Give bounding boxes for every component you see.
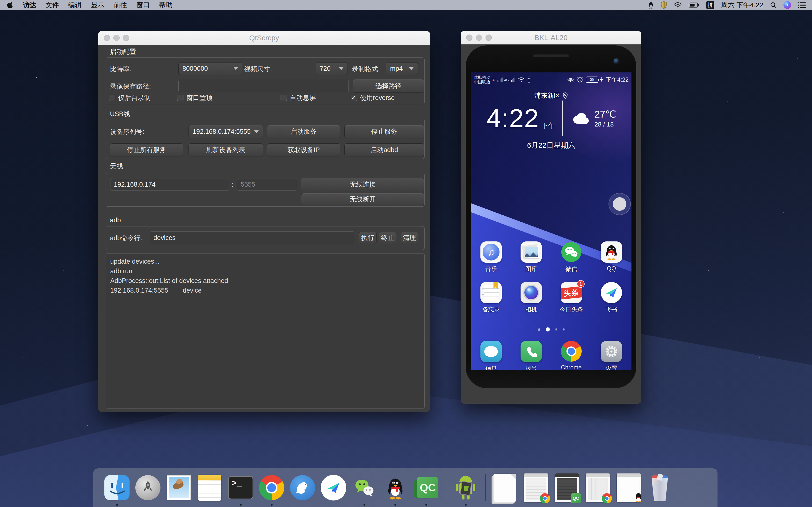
dock-minimized-chrome-window-2[interactable] [582, 468, 613, 507]
dock-minimized-qtscrcpy-window[interactable]: QC [552, 468, 582, 507]
menu-view[interactable]: 显示 [91, 0, 104, 10]
checkbox-background-record[interactable]: 仅后台录制 [109, 94, 151, 101]
notification-center-icon[interactable] [798, 2, 806, 8]
wechat-app-icon[interactable] [561, 241, 582, 263]
minimize-button[interactable] [476, 35, 482, 41]
settings-app-icon[interactable] [601, 341, 622, 362]
qq-statusbar-icon[interactable] [648, 1, 654, 9]
app-camera[interactable]: 相机 [513, 282, 549, 314]
adb-clear-button[interactable]: 清理 [401, 232, 418, 244]
music-app-icon[interactable]: ♫ [480, 241, 502, 263]
dock-qtscrcpy[interactable]: QC [411, 468, 442, 507]
dock-notes[interactable] [194, 468, 225, 507]
wireless-connect-button[interactable]: 无线连接 [301, 178, 424, 191]
stop-all-services-button[interactable]: 停止所有服务 [110, 144, 183, 157]
wireless-disconnect-button[interactable]: 无线断开 [301, 193, 424, 205]
messages-app-icon[interactable] [480, 341, 502, 362]
camera-app-icon[interactable] [520, 282, 542, 303]
dock-documents-stack[interactable] [490, 468, 520, 507]
choose-path-button[interactable]: 选择路径 [353, 79, 424, 93]
adb-execute-button[interactable]: 执行 [359, 232, 376, 244]
app-chrome[interactable]: Chrome [553, 341, 590, 370]
app-music[interactable]: ♫ 音乐 [473, 241, 509, 273]
checkbox-box[interactable] [177, 95, 184, 101]
bitrate-select[interactable]: 8000000 [179, 62, 242, 75]
menu-bar-clock[interactable]: 周六 下午4:22 [721, 0, 763, 10]
checkbox-box[interactable] [109, 95, 115, 101]
input-method-icon[interactable]: 拼 [706, 1, 714, 9]
adb-stop-button[interactable]: 终止 [379, 232, 396, 244]
zoom-button[interactable] [123, 35, 129, 41]
page-dot[interactable] [538, 328, 540, 331]
app-dialer[interactable]: 拨号 [513, 341, 549, 370]
app-toutiao[interactable]: 头条 1 今日头条 [553, 282, 590, 314]
wireless-ip-input[interactable] [110, 178, 229, 191]
dock-mail[interactable] [163, 468, 194, 507]
checkbox-box-checked[interactable] [351, 95, 357, 101]
spotlight-icon[interactable] [770, 2, 777, 8]
app-notes[interactable]: 备忘录 [473, 282, 509, 314]
refresh-devices-button[interactable]: 刷新设备列表 [189, 144, 263, 157]
qq-app-icon[interactable] [601, 241, 622, 263]
chrome-app-icon[interactable] [561, 341, 582, 362]
app-gallery[interactable]: 图库 [513, 241, 549, 273]
phone-window-titlebar[interactable]: BKL-AL20 [461, 31, 641, 44]
phone-screen[interactable]: 优酷移动 中国联通 3G 4G [471, 72, 631, 370]
start-adbd-button[interactable]: 启动adbd [344, 144, 424, 157]
app-wechat[interactable]: 微信 [553, 241, 590, 273]
wifi-icon[interactable] [674, 2, 682, 8]
dock-minimized-qq-window[interactable] [613, 468, 644, 507]
app-feishu[interactable]: 飞书 [593, 282, 629, 314]
dock-terminal[interactable]: >_ [225, 468, 256, 507]
wireless-port-input[interactable] [237, 178, 297, 191]
dock-wechat[interactable] [349, 468, 380, 507]
menu-help[interactable]: 帮助 [159, 0, 172, 10]
checkbox-box[interactable] [281, 95, 287, 101]
feishu-app-icon[interactable] [601, 282, 622, 303]
menu-file[interactable]: 文件 [45, 0, 59, 10]
app-messages[interactable]: 信息 [473, 341, 509, 370]
gallery-app-icon[interactable] [520, 241, 542, 263]
record-format-select[interactable]: mp4 [386, 62, 418, 75]
menu-go[interactable]: 前往 [114, 0, 127, 10]
video-size-select[interactable]: 720 [316, 62, 348, 75]
menu-finder[interactable]: 访达 [23, 0, 36, 10]
dock-minimized-chrome-window[interactable] [520, 468, 552, 507]
menu-window[interactable]: 窗口 [136, 0, 150, 10]
page-dot[interactable] [555, 328, 557, 331]
qtscrcpy-titlebar[interactable]: QtScrcpy [98, 31, 430, 45]
notes-app-icon[interactable] [480, 282, 502, 303]
app-qq[interactable]: QQ [593, 241, 629, 273]
close-button[interactable] [466, 35, 472, 41]
battery-icon[interactable] [689, 2, 699, 8]
start-service-button[interactable]: 启动服务 [267, 125, 340, 138]
location-row[interactable]: 浦东新区 [471, 91, 631, 100]
dock-chrome[interactable] [256, 468, 287, 507]
adb-log-output[interactable]: update devices... adb run AdbProcess::ou… [106, 253, 424, 408]
get-device-ip-button[interactable]: 获取设备IP [267, 144, 340, 157]
apple-menu-icon[interactable] [7, 1, 13, 9]
stop-service-button[interactable]: 停止服务 [344, 125, 424, 138]
page-dot[interactable] [563, 328, 565, 331]
dock-finder[interactable] [101, 468, 133, 507]
menu-edit[interactable]: 编辑 [68, 0, 82, 10]
dock-feishu[interactable] [318, 468, 349, 507]
record-path-input[interactable] [179, 80, 349, 92]
dock-trash[interactable] [644, 468, 675, 507]
dock-sealion-app[interactable] [287, 468, 318, 507]
minimize-button[interactable] [113, 35, 120, 41]
dialer-app-icon[interactable] [520, 341, 542, 362]
siri-icon[interactable] [783, 1, 791, 9]
shield-statusbar-icon[interactable] [661, 1, 667, 9]
assistive-touch-ball[interactable] [609, 193, 631, 215]
zoom-button[interactable] [486, 35, 492, 41]
clock-widget[interactable]: 4:22 下午 27℃ 28 / 18 [471, 99, 631, 137]
page-dot-active[interactable] [546, 327, 550, 332]
dock-launchpad[interactable] [133, 468, 163, 507]
app-settings[interactable]: 设置 [593, 341, 629, 370]
serial-select[interactable]: 192.168.0.174:5555 [189, 125, 263, 138]
adb-command-input[interactable] [150, 231, 354, 244]
widget-date[interactable]: 6月22日星期六 [471, 140, 631, 151]
checkbox-always-on-top[interactable]: 窗口置顶 [177, 94, 212, 101]
dock-qq[interactable] [380, 468, 411, 507]
